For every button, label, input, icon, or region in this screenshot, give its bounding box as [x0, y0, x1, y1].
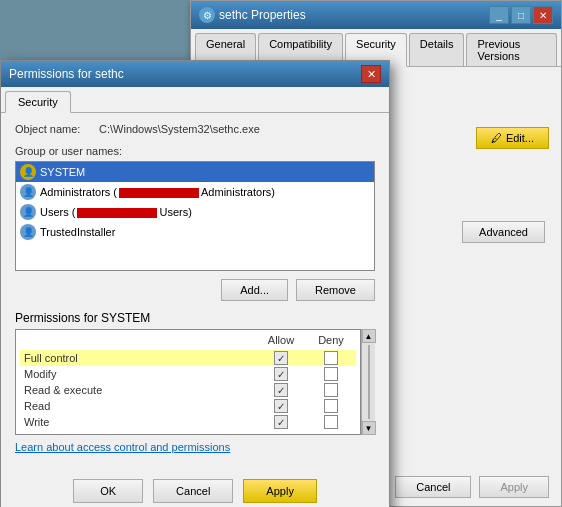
list-item[interactable]: 👤 SYSTEM — [16, 162, 374, 182]
user-icon-trusted: 👤 — [20, 224, 36, 240]
bg-titlebar-left: ⚙ sethc Properties — [199, 7, 306, 23]
user-name-admin: Administrators (Administrators) — [40, 186, 275, 198]
fg-perm-col-deny: Deny — [306, 334, 356, 346]
user-icon-admin: 👤 — [20, 184, 36, 200]
fg-cancel-button[interactable]: Cancel — [153, 479, 233, 503]
user-name-system: SYSTEM — [40, 166, 85, 178]
bg-advanced-button[interactable]: Advanced — [462, 221, 545, 243]
table-row: Read — [20, 398, 356, 414]
bg-close-btn[interactable]: ✕ — [533, 6, 553, 24]
scrollbar-thumb[interactable] — [368, 345, 370, 419]
fg-perm-section: Allow Deny Full control Modify Read — [15, 329, 361, 435]
bg-titlebar: ⚙ sethc Properties _ □ ✕ — [191, 1, 561, 29]
perm-name-read-execute: Read & execute — [20, 384, 256, 396]
fg-perm-col-allow: Allow — [256, 334, 306, 346]
table-row: Write — [20, 414, 356, 430]
edit-icon: 🖊 — [491, 132, 502, 144]
list-item[interactable]: 👤 Administrators (Administrators) — [16, 182, 374, 202]
perm-name-write: Write — [20, 416, 256, 428]
bg-cancel-button[interactable]: Cancel — [395, 476, 471, 498]
fg-ok-button[interactable]: OK — [73, 479, 143, 503]
fg-close-button[interactable]: ✕ — [361, 65, 381, 83]
fg-apply-button[interactable]: Apply — [243, 479, 317, 503]
perm-allow-full-control[interactable] — [274, 351, 288, 365]
fg-tabs: Security — [1, 87, 389, 113]
table-row: Read & execute — [20, 382, 356, 398]
bg-edit-button[interactable]: 🖊 Edit... — [476, 127, 549, 149]
scroll-up-arrow[interactable]: ▲ — [362, 329, 376, 343]
fg-group-label: Group or user names: — [15, 145, 375, 157]
user-icon-users: 👤 — [20, 204, 36, 220]
fg-bottom-buttons: OK Cancel Apply — [1, 469, 389, 507]
perm-deny-modify[interactable] — [324, 367, 338, 381]
fg-remove-button[interactable]: Remove — [296, 279, 375, 301]
perm-deny-read-execute[interactable] — [324, 383, 338, 397]
fg-object-value: C:\Windows\System32\sethc.exe — [99, 123, 260, 135]
fg-dialog-title: Permissions for sethc — [9, 67, 124, 81]
fg-permissions-header: Permissions for SYSTEM — [15, 311, 375, 325]
fg-content: Object name: C:\Windows\System32\sethc.e… — [1, 113, 389, 469]
fg-titlebar: Permissions for sethc ✕ — [1, 61, 389, 87]
perm-deny-read[interactable] — [324, 399, 338, 413]
fg-add-button[interactable]: Add... — [221, 279, 288, 301]
bg-minimize-btn[interactable]: _ — [489, 6, 509, 24]
user-name-users: Users (Users) — [40, 206, 192, 218]
tab-details[interactable]: Details — [409, 33, 465, 66]
user-icon-system: 👤 — [20, 164, 36, 180]
perm-name-modify: Modify — [20, 368, 256, 380]
tab-previous-versions[interactable]: Previous Versions — [466, 33, 557, 66]
perm-name-read: Read — [20, 400, 256, 412]
bg-window-controls: _ □ ✕ — [489, 6, 553, 24]
fg-user-list[interactable]: 👤 SYSTEM 👤 Administrators (Administrator… — [15, 161, 375, 271]
perm-allow-write[interactable] — [274, 415, 288, 429]
bg-maximize-btn[interactable]: □ — [511, 6, 531, 24]
fg-access-control-link[interactable]: Learn about access control and permissio… — [15, 441, 375, 453]
scroll-down-arrow[interactable]: ▼ — [362, 421, 376, 435]
bg-apply-button[interactable]: Apply — [479, 476, 549, 498]
fg-perm-header: Allow Deny — [20, 334, 356, 346]
perm-deny-write[interactable] — [324, 415, 338, 429]
fg-tab-security[interactable]: Security — [5, 91, 71, 113]
fg-perm-table-container: Allow Deny Full control Modify Read — [15, 329, 375, 435]
bg-window-title: sethc Properties — [219, 8, 306, 22]
perm-allow-read-execute[interactable] — [274, 383, 288, 397]
fg-object-label: Object name: — [15, 123, 95, 135]
perm-name-full-control: Full control — [20, 352, 256, 364]
perm-allow-read[interactable] — [274, 399, 288, 413]
permissions-dialog: Permissions for sethc ✕ Security Object … — [0, 60, 390, 507]
sethc-icon: ⚙ — [199, 7, 215, 23]
list-item[interactable]: 👤 Users (Users) — [16, 202, 374, 222]
list-item[interactable]: 👤 TrustedInstaller — [16, 222, 374, 242]
fg-permissions-title: Permissions for SYSTEM — [15, 311, 150, 325]
user-name-trusted: TrustedInstaller — [40, 226, 115, 238]
perm-allow-modify[interactable] — [274, 367, 288, 381]
fg-object-row: Object name: C:\Windows\System32\sethc.e… — [15, 123, 375, 135]
table-row: Modify — [20, 366, 356, 382]
table-row: Full control — [20, 350, 356, 366]
fg-perm-scrollbar[interactable]: ▲ ▼ — [361, 329, 375, 435]
fg-button-row: Add... Remove — [15, 279, 375, 301]
perm-deny-full-control[interactable] — [324, 351, 338, 365]
